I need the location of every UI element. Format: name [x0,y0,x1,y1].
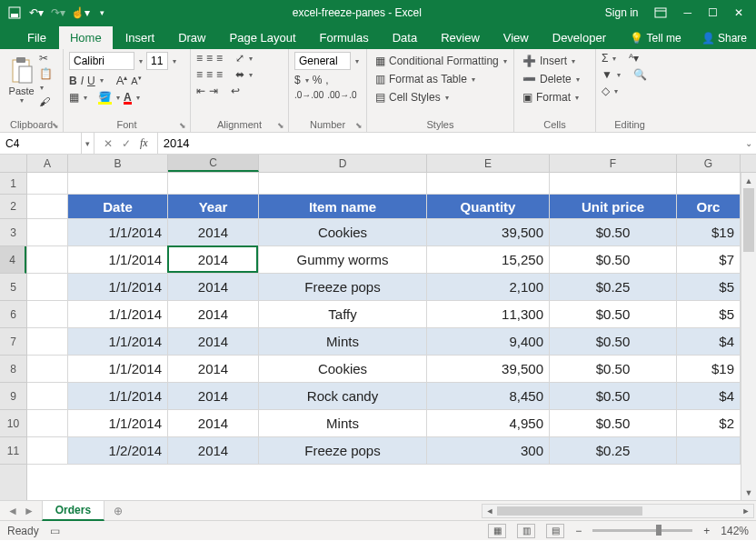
scroll-up-icon[interactable]: ▲ [741,173,756,188]
align-center-icon[interactable]: ≡ [206,68,213,81]
page-layout-view-icon[interactable]: ▥ [517,524,535,538]
horizontal-scrollbar[interactable]: ◄ ► [482,504,754,518]
cell[interactable]: $19 [677,219,741,246]
cell[interactable]: 300 [427,437,550,465]
cell[interactable]: Freeze pops [259,437,427,465]
col-header-G[interactable]: G [677,155,741,172]
row-header-11[interactable]: 11 [0,437,26,465]
cells-area[interactable]: DateYearItem nameQuantityUnit priceOrc1/… [27,173,741,500]
cell[interactable]: $0.50 [550,356,677,383]
align-bottom-icon[interactable]: ≡ [216,52,223,65]
cell[interactable]: 2,100 [427,274,550,301]
cell[interactable]: 1/1/2014 [68,410,168,437]
cell[interactable]: Mints [259,410,427,437]
font-family-dropdown-icon[interactable]: ▾ [139,57,143,65]
cell[interactable]: 9,400 [427,328,550,356]
cell[interactable]: $0.50 [550,219,677,246]
macro-record-icon[interactable]: ▭ [50,525,60,537]
increase-decimal-icon[interactable]: .0→.00 [294,90,323,100]
cell[interactable] [27,437,68,465]
ribbon-options-icon[interactable] [654,7,667,18]
align-middle-icon[interactable]: ≡ [206,52,213,65]
number-format-input[interactable] [294,52,351,70]
find-icon[interactable]: 🔍 [633,68,647,81]
cell[interactable]: $0.25 [550,437,677,465]
cell[interactable]: 2014 [168,328,259,356]
new-sheet-icon[interactable]: ⊕ [104,505,132,517]
format-painter-icon[interactable]: 🖌 [39,95,57,108]
font-color-icon[interactable]: A [124,91,132,104]
cell[interactable] [68,173,168,195]
cell[interactable]: 11,300 [427,301,550,328]
paste-icon[interactable] [9,56,35,85]
cell[interactable]: $0.50 [550,410,677,437]
cell[interactable]: $2 [677,410,741,437]
paste-dropdown-icon[interactable]: ▾ [20,96,24,105]
fill-color-icon[interactable]: 🪣 [98,91,112,104]
row-header-7[interactable]: 7 [0,328,26,356]
tab-draw[interactable]: Draw [167,26,216,49]
tab-pagelayout[interactable]: Page Layout [219,26,307,49]
cell[interactable]: 39,500 [427,356,550,383]
scroll-left-icon[interactable]: ◄ [482,506,497,516]
decrease-indent-icon[interactable]: ⇤ [196,85,205,97]
save-icon[interactable] [7,5,22,20]
normal-view-icon[interactable]: ▦ [488,524,506,538]
decrease-font-icon[interactable]: A▾ [131,75,141,86]
cell[interactable]: $4 [677,383,741,410]
col-header-F[interactable]: F [550,155,677,172]
cell[interactable]: $19 [677,356,741,383]
cell[interactable]: $0.50 [550,328,677,356]
cell[interactable]: 1/1/2014 [68,219,168,246]
undo-icon[interactable]: ↶▾ [29,5,44,20]
sort-filter-icon[interactable]: ᴬ▾ [629,52,639,65]
formula-input[interactable] [158,133,741,154]
cell[interactable] [27,246,68,274]
tab-file[interactable]: File [16,26,57,49]
row-header-10[interactable]: 10 [0,410,26,437]
format-cells-button[interactable]: ▣Format▾ [520,88,590,106]
tab-data[interactable]: Data [382,26,428,49]
zoom-slider-thumb[interactable] [656,525,662,536]
cell[interactable] [27,356,68,383]
scroll-down-icon[interactable]: ▼ [741,485,756,500]
font-launcher-icon[interactable]: ⬊ [179,121,186,130]
tab-insert[interactable]: Insert [114,26,166,49]
maximize-icon[interactable]: ☐ [708,6,718,19]
align-right-icon[interactable]: ≡ [216,68,223,81]
cell[interactable]: Taffy [259,301,427,328]
percent-icon[interactable]: % [313,74,323,86]
cell[interactable]: 2014 [168,301,259,328]
cell[interactable]: 1/2/2014 [68,437,168,465]
table-header[interactable]: Item name [259,195,427,219]
cell[interactable]: $0.50 [550,383,677,410]
cell[interactable] [27,410,68,437]
zoom-slider[interactable] [592,529,692,532]
cell[interactable]: 2014 [168,274,259,301]
cell[interactable]: Gummy worms [259,246,427,274]
tab-home[interactable]: Home [59,26,113,49]
insert-cells-button[interactable]: ➕Insert▾ [520,52,590,70]
cell[interactable] [27,219,68,246]
cell[interactable]: 15,250 [427,246,550,274]
cell[interactable]: Freeze pops [259,274,427,301]
increase-font-icon[interactable]: A▴ [116,74,128,87]
cell[interactable] [427,173,550,195]
row-header-5[interactable]: 5 [0,274,26,301]
row-header-8[interactable]: 8 [0,356,26,383]
number-format-dropdown-icon[interactable]: ▾ [355,57,359,65]
borders-icon[interactable]: ▦ [69,91,79,104]
cut-icon[interactable]: ✂ [39,52,57,65]
clear-icon[interactable]: ◇ [602,85,610,97]
select-all-corner[interactable] [0,155,27,173]
col-header-D[interactable]: D [259,155,427,172]
cell[interactable]: 1/1/2014 [68,356,168,383]
row-header-9[interactable]: 9 [0,383,26,410]
table-header[interactable]: Unit price [550,195,677,219]
fx-icon[interactable]: fx [140,136,148,150]
cell[interactable]: 2014 [168,410,259,437]
close-icon[interactable]: ✕ [734,6,743,19]
cell[interactable] [677,437,741,465]
tab-formulas[interactable]: Formulas [309,26,380,49]
minimize-icon[interactable]: ─ [683,6,691,19]
